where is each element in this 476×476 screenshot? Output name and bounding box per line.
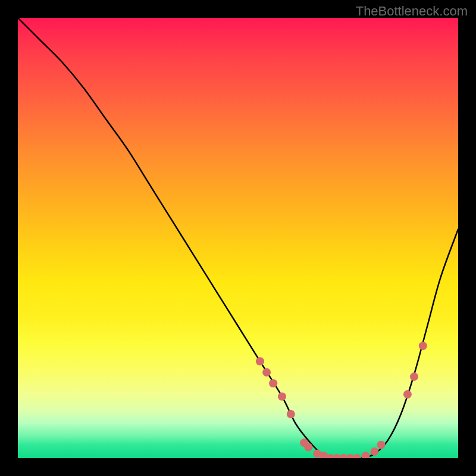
data-marker [362,452,370,458]
data-marker [370,447,378,456]
data-marker [403,390,412,399]
data-marker [377,441,386,449]
data-marker [269,379,277,387]
data-marker [278,392,286,400]
data-marker [256,357,264,365]
data-marker [287,410,295,418]
data-markers [256,342,427,458]
plot-area [18,18,458,458]
data-marker [410,372,418,381]
data-marker [262,368,271,377]
bottleneck-curve [18,18,458,458]
attribution-text: TheBottleneck.com [356,4,468,19]
data-marker [353,454,361,458]
data-marker [304,443,312,452]
chart-svg [18,18,458,458]
data-marker [419,342,427,350]
